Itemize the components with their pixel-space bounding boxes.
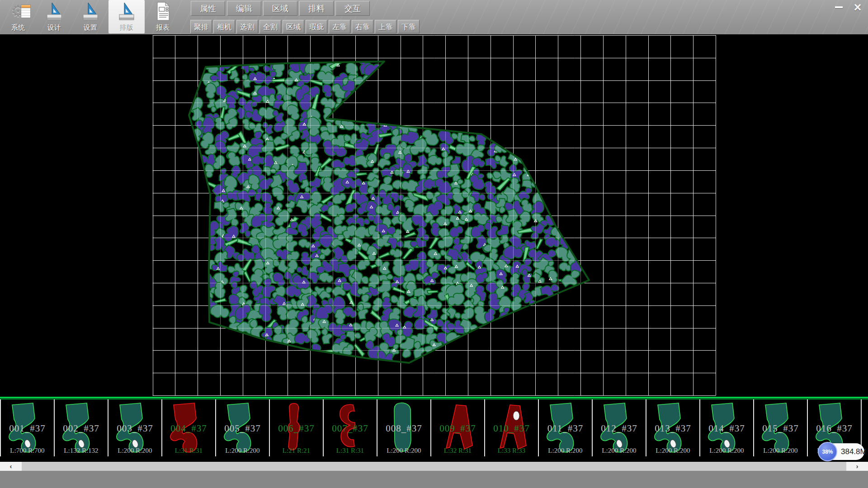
piece-id: 010_#37 <box>485 423 538 434</box>
report-document-icon <box>154 1 172 22</box>
piece-id: 001_#37 <box>1 423 54 434</box>
piece-thumbnail[interactable]: 005_#37L:200 R:200 <box>216 399 270 456</box>
piece-id: 005_#37 <box>216 423 269 434</box>
scroll-left-button[interactable]: ‹ <box>0 462 22 471</box>
menu-tab-edit[interactable]: 编辑 <box>227 1 261 16</box>
menu-tab-row: 属性编辑区域排料交互 <box>191 1 372 16</box>
tool-button-select-cut[interactable]: 选割 <box>236 20 258 33</box>
status-footer <box>0 471 868 488</box>
progress-percent: 38% <box>822 449 833 455</box>
tool-button-snap-right[interactable]: 右靠 <box>352 20 373 33</box>
minimize-icon <box>835 6 843 8</box>
piece-lr-count: L:200 R:200 <box>216 447 269 455</box>
close-icon: × <box>854 2 862 13</box>
piece-id: 014_#37 <box>700 423 753 434</box>
piece-thumbnail[interactable]: 009_#37L:32 R:31 <box>431 399 485 456</box>
piece-id: 017_#37 <box>862 423 868 434</box>
app-label: 排版 <box>108 23 145 32</box>
piece-lr-count: L:200 R:200 <box>108 447 161 455</box>
tool-button-snap-bottom[interactable]: 下靠 <box>398 20 420 33</box>
nesting-ruler-icon <box>118 1 136 22</box>
tool-button-area[interactable]: 区域 <box>283 20 304 33</box>
piece-id: 011_#37 <box>539 423 592 434</box>
app-label: 设计 <box>36 23 72 32</box>
piece-lr-count: L:32 R:31 <box>431 447 484 455</box>
progress-circle: 38% <box>818 442 837 461</box>
tool-button-row: 聚排相机选割全割区域瑕疵左靠右靠上靠下靠 <box>190 20 421 33</box>
app-button-settings[interactable]: 设置 <box>72 0 108 33</box>
piece-lr-count: L:31 R:31 <box>324 447 377 455</box>
piece-lr-count: L:700 R:700 <box>1 447 54 455</box>
scroll-right-icon: › <box>856 462 859 470</box>
scroll-right-button[interactable]: › <box>846 462 868 471</box>
piece-thumbnail[interactable]: 007_#37L:31 R:31 <box>324 399 377 456</box>
piece-thumbnail[interactable]: 004_#37L:31 R:31 <box>162 399 216 456</box>
piece-lr-count: L:200 R:200 <box>593 447 646 455</box>
piece-thumbnail[interactable]: 011_#37L:200 R:200 <box>539 399 593 456</box>
piece-lr-count: L:200 R:200 <box>754 447 807 455</box>
piece-id: 009_#37 <box>431 423 484 434</box>
nesting-canvas[interactable] <box>0 34 868 397</box>
piece-thumbnail[interactable]: 003_#37L:200 R:200 <box>108 399 162 456</box>
piece-lr-count: L:132 R:132 <box>55 447 108 455</box>
piece-id: 015_#37 <box>754 423 807 434</box>
piece-thumbnail[interactable]: 013_#37L:200 R:200 <box>646 399 700 456</box>
piece-id: 012_#37 <box>593 423 646 434</box>
horizontal-scrollbar[interactable]: ‹ › <box>0 462 868 471</box>
piece-id: 006_#37 <box>270 423 323 434</box>
piece-thumbnail[interactable]: 010_#37L:33 R:33 <box>485 399 539 456</box>
main-toolbar: ⚙系统设计设置排版报表 属性编辑区域排料交互 聚排相机选割全割区域瑕疵左靠右靠上… <box>0 0 868 34</box>
piece-thumbnail[interactable]: 001_#37L:700 R:700 <box>1 399 55 456</box>
design-ruler-icon <box>45 1 63 22</box>
app-label: 系统 <box>0 23 36 32</box>
memory-badge: 38% 384.8M <box>819 443 864 460</box>
scroll-left-icon: ‹ <box>10 462 12 470</box>
piece-id: 007_#37 <box>324 423 377 434</box>
tool-button-snap-top[interactable]: 上靠 <box>375 20 396 33</box>
piece-id: 013_#37 <box>646 423 699 434</box>
app-button-system[interactable]: ⚙系统 <box>0 0 36 33</box>
piece-lr-count: L:31 R:31 <box>162 447 215 455</box>
menu-tab-nest[interactable]: 排料 <box>299 1 334 16</box>
tool-button-defect[interactable]: 瑕疵 <box>306 20 327 33</box>
settings-ruler-icon <box>81 1 99 22</box>
piece-lr-count: L:200 R:200 <box>646 447 699 455</box>
app-button-nesting[interactable]: 排版 <box>108 0 145 33</box>
piece-lr-count: L:200 R:200 <box>539 447 592 455</box>
memory-value: 384.8M <box>841 443 867 460</box>
tool-button-camera[interactable]: 相机 <box>213 20 235 33</box>
window-controls: × <box>831 2 865 13</box>
piece-thumbnail-list: 001_#37L:700 R:700002_#37L:132 R:132003_… <box>0 399 868 456</box>
menu-tab-interact[interactable]: 交互 <box>335 1 370 16</box>
system-notepad-icon <box>21 5 31 18</box>
app-switcher: ⚙系统设计设置排版报表 <box>0 0 181 34</box>
tool-button-snap-left[interactable]: 左靠 <box>329 20 350 33</box>
pieces-strip: 001_#37L:700 R:700002_#37L:132 R:132003_… <box>0 397 868 456</box>
menu-tab-region[interactable]: 区域 <box>263 1 297 16</box>
piece-thumbnail[interactable]: 015_#37L:200 R:200 <box>754 399 808 456</box>
piece-thumbnail[interactable]: 008_#37L:200 R:200 <box>377 399 431 456</box>
piece-thumbnail[interactable]: 006_#37L:21 R:21 <box>270 399 324 456</box>
close-button[interactable]: × <box>850 2 865 13</box>
piece-thumbnail[interactable]: 012_#37L:200 R:200 <box>593 399 646 456</box>
app-button-report[interactable]: 报表 <box>145 0 181 33</box>
piece-id: 016_#37 <box>808 423 861 434</box>
app-label: 报表 <box>145 23 181 32</box>
tool-button-cut-all[interactable]: 全割 <box>259 20 281 33</box>
piece-thumbnail[interactable]: 014_#37L:200 R:200 <box>700 399 754 456</box>
piece-id: 008_#37 <box>377 423 430 434</box>
app-button-design[interactable]: 设计 <box>36 0 72 33</box>
piece-id: 004_#37 <box>162 423 215 434</box>
minimize-button[interactable] <box>831 2 846 13</box>
tool-button-cluster-nest[interactable]: 聚排 <box>190 20 212 33</box>
piece-lr-count: L:33 R:33 <box>485 447 538 455</box>
piece-lr-count: L:21 R:21 <box>270 447 323 455</box>
piece-id: 002_#37 <box>55 423 108 434</box>
piece-lr-count: L:200 R:200 <box>377 447 430 455</box>
piece-thumbnail[interactable]: 002_#37L:132 R:132 <box>55 399 108 456</box>
piece-id: 003_#37 <box>108 423 161 434</box>
menu-tab-properties[interactable]: 属性 <box>191 1 225 16</box>
app-label: 设置 <box>72 23 108 32</box>
piece-lr-count: L:200 R:200 <box>700 447 753 455</box>
